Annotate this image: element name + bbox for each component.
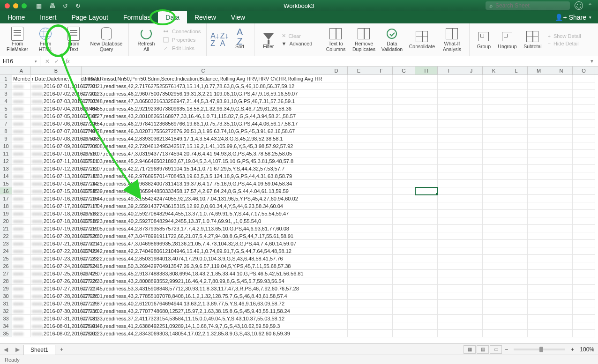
clear-filter-button[interactable]: ✕Clear (280, 32, 314, 39)
cell[interactable] (393, 300, 415, 307)
undo-icon[interactable]: ↺ (63, 2, 68, 9)
cell[interactable] (370, 217, 393, 225)
cell[interactable] (528, 217, 550, 225)
cell[interactable] (505, 150, 528, 157)
cell[interactable] (460, 330, 483, 337)
sheet-nav-prev[interactable]: ◀ (0, 346, 12, 353)
cell[interactable] (325, 90, 348, 97)
cell[interactable] (370, 262, 393, 270)
remove-duplicates-button[interactable]: Remove Duplicates (350, 24, 377, 55)
cell[interactable] (528, 330, 550, 337)
cell[interactable] (438, 277, 460, 285)
cell[interactable]: xxxx (12, 112, 31, 120)
cell[interactable] (325, 112, 348, 120)
cell[interactable] (550, 202, 573, 210)
cell[interactable]: xxxx,2016-07-08,2016-07-08 (31, 135, 82, 142)
cell[interactable] (370, 322, 393, 330)
expand-icon[interactable]: ⌃ (588, 2, 592, 9)
cell[interactable] (550, 165, 573, 172)
cell[interactable] (438, 232, 460, 240)
cell[interactable] (550, 285, 573, 292)
cell[interactable] (505, 225, 528, 232)
cell[interactable] (528, 315, 550, 322)
cell[interactable] (348, 217, 370, 225)
cell[interactable] (415, 210, 438, 217)
cell[interactable] (325, 150, 348, 157)
col-header-a[interactable]: A (12, 67, 31, 74)
cell[interactable] (573, 315, 595, 322)
cell[interactable] (438, 112, 460, 120)
cell[interactable] (325, 157, 348, 165)
cell[interactable]: 07:07:48,readiness,47,3.0650321633256947… (82, 97, 325, 105)
cell[interactable] (505, 300, 528, 307)
cell[interactable] (550, 270, 573, 277)
cell[interactable]: xxxx,2016-07-24,2016-07-24 (31, 262, 82, 270)
cell[interactable] (438, 330, 460, 337)
cell[interactable] (348, 127, 370, 135)
cell[interactable] (415, 322, 438, 330)
cell[interactable] (460, 322, 483, 330)
cell[interactable] (483, 285, 505, 292)
cell[interactable] (438, 82, 460, 90)
cell[interactable]: xxxx (12, 247, 31, 255)
cell[interactable] (483, 217, 505, 225)
row-header[interactable]: 28 (0, 277, 12, 285)
cell[interactable] (370, 315, 393, 322)
cell[interactable] (438, 292, 460, 300)
cell[interactable] (438, 210, 460, 217)
cell[interactable] (393, 277, 415, 285)
cell[interactable]: 06:54:39,readiness,44,2.865944850333458,… (82, 187, 325, 195)
cell[interactable]: xxxx,2016-07-17,2016-07-17 (31, 202, 82, 210)
search-sheet[interactable]: ⌕ (486, 1, 570, 10)
cell[interactable] (325, 247, 348, 255)
cell[interactable] (415, 127, 438, 135)
cell[interactable] (348, 262, 370, 270)
cell[interactable] (483, 270, 505, 277)
group-button[interactable]: Group (473, 24, 494, 55)
from-text-button[interactable]: From Text (60, 24, 87, 55)
col-header-n[interactable]: N (550, 67, 573, 74)
row-header[interactable]: 25 (0, 255, 12, 262)
cell[interactable] (505, 285, 528, 292)
cell[interactable] (460, 285, 483, 292)
cell[interactable] (573, 105, 595, 112)
cell[interactable]: xxxx (12, 270, 31, 277)
cell[interactable] (438, 135, 460, 142)
cell[interactable] (483, 157, 505, 165)
cell[interactable] (550, 135, 573, 142)
cell[interactable] (460, 150, 483, 157)
cell[interactable] (460, 277, 483, 285)
cell[interactable] (438, 180, 460, 187)
cell[interactable] (505, 90, 528, 97)
sheet-nav-next[interactable]: ▶ (12, 346, 23, 353)
cell[interactable] (370, 330, 393, 337)
cell[interactable] (370, 97, 393, 105)
cell[interactable]: 07:19:44,readiness,49,3.1554242474055,92… (82, 195, 325, 202)
cell[interactable] (460, 217, 483, 225)
cell[interactable] (348, 180, 370, 187)
cell[interactable]: xxxx,2016-07-07,2016-07-07 (31, 127, 82, 135)
cell[interactable] (348, 105, 370, 112)
cell[interactable] (573, 112, 595, 120)
cell[interactable] (415, 75, 438, 82)
cell[interactable] (573, 330, 595, 337)
cell[interactable] (348, 315, 370, 322)
cell[interactable] (528, 240, 550, 247)
cell[interactable] (393, 217, 415, 225)
cell[interactable] (573, 187, 595, 195)
cell[interactable]: 07:21:02,readiness,43,2.7707748680,12527… (82, 307, 325, 315)
save-icon[interactable]: ▦ (36, 2, 42, 9)
cell[interactable] (550, 150, 573, 157)
cell[interactable] (460, 232, 483, 240)
cell[interactable] (415, 112, 438, 120)
cell[interactable] (415, 202, 438, 210)
cell[interactable] (528, 300, 550, 307)
cell[interactable] (573, 82, 595, 90)
cell[interactable] (438, 217, 460, 225)
cell[interactable] (573, 150, 595, 157)
cell[interactable] (483, 127, 505, 135)
cell[interactable] (573, 270, 595, 277)
cell[interactable] (370, 292, 393, 300)
cell[interactable] (348, 112, 370, 120)
cell[interactable] (550, 180, 573, 187)
